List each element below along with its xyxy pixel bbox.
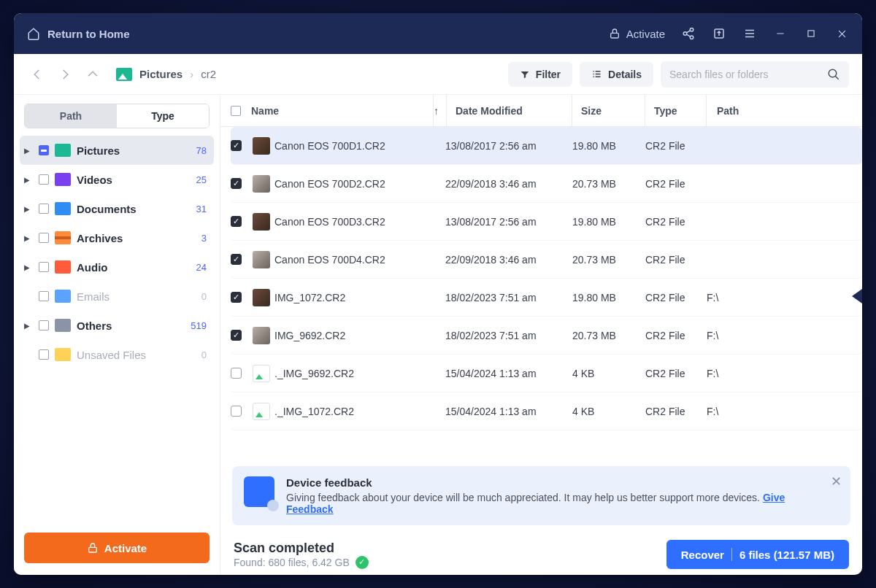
row-checkbox[interactable]: [231, 368, 242, 379]
chevron-right-icon: ▶: [24, 147, 33, 155]
sidebar-item-count: 25: [196, 174, 207, 185]
maximize-button[interactable]: [804, 26, 818, 41]
checkbox-partial[interactable]: [39, 145, 49, 155]
table-row[interactable]: ✓ Canon EOS 700D4.CR2 22/09/2018 3:46 am…: [231, 241, 862, 279]
status-title: Scan completed: [234, 541, 369, 556]
row-checkbox[interactable]: [231, 406, 242, 417]
chevron-right-icon: ›: [190, 68, 193, 80]
details-button[interactable]: Details: [580, 62, 653, 87]
checkbox[interactable]: [39, 320, 49, 330]
row-checkbox[interactable]: ✓: [231, 178, 242, 189]
cell-name: Canon EOS 700D3.CR2: [274, 216, 445, 228]
checkbox[interactable]: [39, 291, 49, 301]
pictures-icon: [55, 144, 71, 157]
close-button[interactable]: [834, 26, 849, 41]
search-icon: [827, 68, 840, 81]
search-input[interactable]: [669, 69, 820, 80]
nav-back-button[interactable]: [27, 64, 47, 85]
row-checkbox[interactable]: ✓: [231, 254, 242, 265]
activate-top-button[interactable]: Activate: [609, 28, 665, 40]
cell-size: 4 KB: [572, 406, 645, 417]
recover-label: Recover: [681, 549, 724, 561]
close-icon: [837, 28, 848, 39]
sidebar-item-audio[interactable]: ▶ Audio 24: [20, 252, 214, 282]
cell-path: F:\: [707, 292, 718, 303]
cell-date: 15/04/2024 1:13 am: [445, 368, 572, 379]
svg-point-1: [690, 28, 694, 32]
search-box[interactable]: [661, 61, 849, 88]
checkbox[interactable]: [39, 233, 49, 243]
table-row[interactable]: ._IMG_1072.CR2 15/04/2024 1:13 am 4 KB C…: [231, 392, 862, 430]
side-collapse-tab[interactable]: [852, 289, 862, 303]
column-path[interactable]: Path: [707, 95, 739, 126]
filter-button[interactable]: Filter: [508, 62, 572, 87]
table-row[interactable]: ✓ Canon EOS 700D1.CR2 13/08/2017 2:56 am…: [231, 127, 862, 165]
minimize-button[interactable]: [773, 26, 788, 41]
export-button[interactable]: [712, 26, 726, 41]
table-row[interactable]: ✓ Canon EOS 700D2.CR2 22/09/2018 3:46 am…: [231, 165, 862, 203]
table-row[interactable]: ✓ IMG_9692.CR2 18/02/2023 7:51 am 20.73 …: [231, 317, 862, 355]
checkbox[interactable]: [39, 349, 49, 360]
tab-path[interactable]: Path: [25, 104, 117, 128]
sidebar-item-count: 0: [201, 291, 207, 302]
cell-type: CR2 File: [645, 178, 707, 190]
sidebar-item-count: 24: [196, 262, 207, 273]
cell-name: ._IMG_1072.CR2: [274, 406, 445, 417]
nav-forward-button[interactable]: [55, 64, 75, 85]
sidebar-item-emails[interactable]: Emails 0: [20, 282, 214, 311]
sidebar-item-documents[interactable]: ▶ Documents 31: [20, 194, 214, 223]
sidebar-item-label: Unsaved Files: [77, 349, 196, 361]
feedback-close-button[interactable]: ✕: [831, 473, 842, 490]
table-row[interactable]: ✓ Canon EOS 700D3.CR2 13/08/2017 2:56 am…: [231, 203, 862, 241]
details-label: Details: [608, 69, 642, 80]
column-type[interactable]: Type: [645, 95, 707, 126]
cell-type: CR2 File: [645, 368, 707, 379]
checkbox[interactable]: [39, 204, 49, 214]
column-name[interactable]: Name: [251, 105, 279, 117]
sidebar-item-unsaved[interactable]: Unsaved Files 0: [20, 340, 214, 369]
cell-type: CR2 File: [645, 140, 707, 152]
sidebar-item-pictures[interactable]: ▶ Pictures 78: [20, 136, 214, 165]
cell-size: 19.80 MB: [572, 216, 645, 228]
sidebar-item-others[interactable]: ▶ Others 519: [20, 311, 214, 340]
cell-date: 18/02/2023 7:51 am: [445, 330, 572, 341]
minimize-icon: [775, 28, 785, 39]
recover-button[interactable]: Recover 6 files (121.57 MB): [666, 540, 849, 569]
svg-point-2: [683, 32, 687, 36]
breadcrumb-root[interactable]: Pictures: [139, 68, 182, 80]
column-date[interactable]: Date Modified: [447, 95, 572, 126]
cell-name: Canon EOS 700D1.CR2: [274, 140, 445, 152]
sort-indicator[interactable]: ↑: [434, 95, 447, 126]
checkbox[interactable]: [39, 262, 49, 272]
checkbox[interactable]: [39, 174, 49, 185]
table-row[interactable]: ✓ IMG_1072.CR2 18/02/2023 7:51 am 19.80 …: [231, 279, 862, 317]
activate-button[interactable]: Activate: [24, 533, 210, 563]
activate-top-label: Activate: [626, 28, 665, 40]
cell-name: IMG_1072.CR2: [274, 292, 445, 303]
select-all-checkbox[interactable]: [231, 106, 241, 116]
tab-type[interactable]: Type: [117, 104, 209, 128]
column-size[interactable]: Size: [572, 95, 645, 126]
menu-button[interactable]: [742, 26, 757, 41]
arrow-right-icon: [58, 68, 72, 81]
chevron-right-icon: ▶: [24, 263, 33, 271]
status-subtitle: Found: 680 files, 6.42 GB: [234, 557, 350, 568]
file-thumbnail: [253, 327, 270, 344]
cell-path: F:\: [707, 368, 718, 379]
table-row[interactable]: ._IMG_9692.CR2 15/04/2024 1:13 am 4 KB C…: [231, 355, 862, 392]
nav-up-button[interactable]: [82, 64, 103, 85]
lock-icon: [609, 28, 620, 39]
row-checkbox[interactable]: ✓: [231, 140, 242, 151]
share-button[interactable]: [681, 26, 696, 41]
unsaved-icon: [55, 348, 71, 361]
feedback-banner: ✕ Device feedback Giving feedback about …: [232, 466, 850, 525]
return-home-button[interactable]: Return to Home: [27, 27, 130, 40]
row-checkbox[interactable]: ✓: [231, 330, 242, 341]
sidebar-item-videos[interactable]: ▶ Videos 25: [20, 165, 214, 194]
row-checkbox[interactable]: ✓: [231, 292, 242, 303]
row-checkbox[interactable]: ✓: [231, 216, 242, 227]
cell-size: 20.73 MB: [572, 254, 645, 266]
sidebar-item-archives[interactable]: ▶ Archives 3: [20, 223, 214, 252]
others-icon: [55, 319, 71, 332]
chevron-right-icon: ▶: [24, 176, 33, 184]
